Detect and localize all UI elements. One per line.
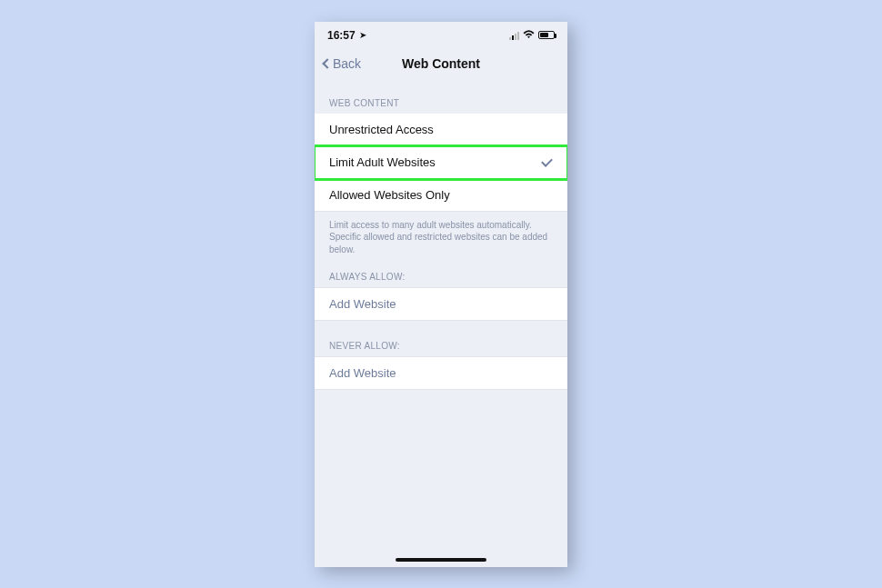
option-label: Limit Adult Websites: [329, 155, 436, 169]
add-website-block[interactable]: Add Website: [315, 356, 567, 390]
cellular-icon: [509, 31, 519, 40]
section-header-always-allow: ALWAYS ALLOW:: [315, 263, 567, 287]
option-allowed-websites-only[interactable]: Allowed Websites Only: [315, 179, 567, 212]
chevron-left-icon: [322, 58, 332, 68]
add-website-label: Add Website: [329, 366, 396, 380]
back-button[interactable]: Back: [324, 56, 361, 71]
option-unrestricted-access[interactable]: Unrestricted Access: [315, 114, 567, 146]
wifi-icon: [523, 30, 535, 41]
option-label: Allowed Websites Only: [329, 188, 450, 202]
section-footer-text: Limit access to many adult websites auto…: [315, 212, 567, 264]
location-icon: ➤: [359, 30, 366, 40]
back-label: Back: [333, 56, 361, 71]
battery-icon: [538, 31, 555, 39]
page-title: Web Content: [402, 56, 480, 71]
option-limit-adult-websites[interactable]: Limit Adult Websites: [315, 146, 567, 179]
checkmark-icon: [542, 156, 553, 167]
add-website-allow[interactable]: Add Website: [315, 287, 567, 321]
phone-frame: 16:57 ➤ Back Web Content WEB CONTENT Unr…: [315, 22, 567, 567]
nav-bar: Back Web Content: [315, 49, 567, 78]
add-website-label: Add Website: [329, 297, 396, 311]
option-label: Unrestricted Access: [329, 123, 434, 136]
section-header-web-content: WEB CONTENT: [315, 78, 567, 114]
status-time: 16:57: [327, 29, 356, 42]
section-header-never-allow: NEVER ALLOW:: [315, 321, 567, 356]
home-indicator[interactable]: [396, 558, 486, 562]
status-bar: 16:57 ➤: [315, 22, 567, 49]
